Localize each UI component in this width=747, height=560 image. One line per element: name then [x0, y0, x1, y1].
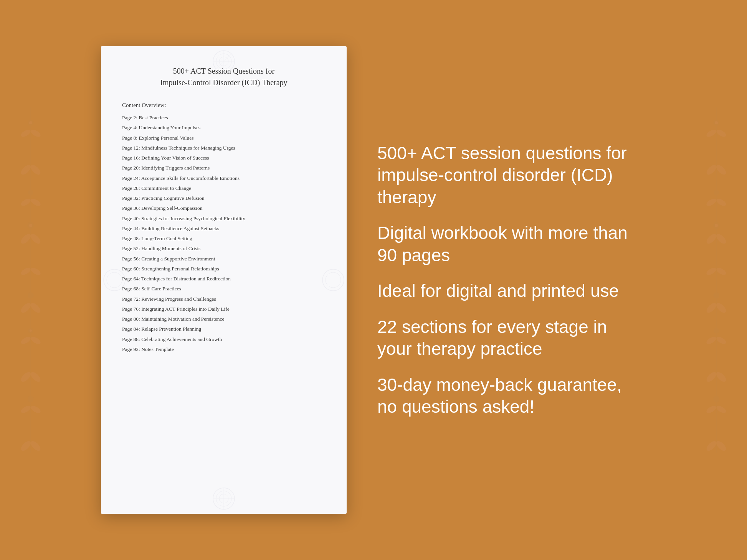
toc-page-number: Page 2: [122, 115, 137, 120]
svg-point-22 [30, 329, 32, 332]
toc-item: Page 32: Practicing Cognitive Defusion [122, 194, 326, 202]
toc-title: Relapse Prevention Planning [141, 326, 201, 332]
toc-title: Self-Care Practices [141, 286, 181, 292]
watermark-top [201, 50, 247, 73]
toc-title: Defining Your Vision of Success [141, 155, 209, 161]
toc-item: Page 76: Integrating ACT Principles into… [122, 305, 326, 313]
feature-text: Ideal for digital and printed use [377, 280, 646, 302]
toc-page-number: Page 36: [122, 205, 140, 211]
toc-title: Long-Term Goal Setting [141, 236, 192, 241]
content-overview-label: Content Overview: [122, 102, 326, 109]
toc-item: Page 20: Identifying Triggers and Patter… [122, 164, 326, 172]
svg-point-32 [715, 128, 727, 138]
toc-page-number: Page 28: [122, 185, 140, 191]
toc-title: Building Resilience Against Setbacks [141, 226, 219, 231]
toc-item: Page 24: Acceptance Skills for Uncomfort… [122, 175, 326, 182]
svg-point-72 [107, 272, 122, 288]
watermark-right [322, 242, 345, 318]
toc-title: Celebrating Achievements and Growth [141, 336, 222, 342]
toc-title: Creating a Supportive Environment [141, 256, 215, 262]
svg-point-13 [29, 224, 32, 227]
svg-point-19 [20, 335, 31, 345]
table-of-contents: Page 2: Best PracticesPage 4: Understand… [122, 114, 326, 353]
toc-page-number: Page 20: [122, 165, 140, 171]
toc-item: Page 12: Mindfulness Techniques for Mana… [122, 144, 326, 152]
toc-title: Developing Self-Compassion [141, 205, 202, 211]
svg-point-49 [705, 335, 717, 345]
toc-page-number: Page 88: [122, 336, 140, 342]
toc-page-number: Page 8: [122, 135, 137, 141]
toc-title: Techniques for Distraction and Redirecti… [141, 276, 231, 282]
svg-point-43 [715, 224, 718, 227]
main-container: 500+ ACT Session Questions for Impulse-C… [0, 0, 747, 560]
floral-border-right [686, 0, 747, 560]
toc-title: Reviewing Progress and Challenges [141, 296, 216, 302]
toc-item: Page 60: Strengthening Personal Relation… [122, 265, 326, 273]
watermark-left [103, 242, 126, 318]
toc-item: Page 68: Self-Care Practices [122, 285, 326, 293]
toc-title: Maintaining Motivation and Persistence [141, 316, 224, 322]
toc-title: Identifying Triggers and Patterns [141, 165, 210, 171]
svg-point-55 [715, 404, 727, 414]
svg-point-26 [30, 404, 41, 414]
svg-point-2 [30, 128, 41, 138]
toc-title: Mindfulness Techniques for Managing Urge… [141, 145, 235, 151]
toc-item: Page 92: Notes Template [122, 346, 326, 353]
toc-title: Acceptance Skills for Uncomfortable Emot… [141, 175, 240, 181]
svg-point-25 [20, 404, 31, 414]
toc-item: Page 16: Defining Your Vision of Success [122, 154, 326, 162]
toc-page-number: Page 4: [122, 125, 137, 130]
toc-item: Page 64: Techniques for Distraction and … [122, 275, 326, 283]
toc-page-number: Page 84: [122, 326, 140, 332]
svg-point-44 [705, 266, 717, 276]
toc-title: Best Practices [139, 115, 168, 120]
toc-item: Page 88: Celebrating Achievements and Gr… [122, 336, 326, 343]
toc-item: Page 2: Best Practices [122, 114, 326, 122]
toc-page-number: Page 32: [122, 195, 140, 201]
feature-text: Digital workbook with more than 90 pages [377, 222, 646, 266]
svg-point-9 [28, 190, 33, 195]
svg-point-48 [713, 292, 719, 298]
toc-item: Page 56: Creating a Supportive Environme… [122, 255, 326, 263]
toc-page-number: Page 16: [122, 155, 140, 161]
toc-item: Page 8: Exploring Personal Values [122, 134, 326, 142]
toc-title: Practicing Cognitive Defusion [141, 195, 204, 201]
feature-text: 30-day money-back guarantee, no question… [377, 374, 646, 418]
document-card: 500+ ACT Session Questions for Impulse-C… [101, 46, 347, 514]
svg-point-14 [20, 266, 31, 276]
toc-item: Page 72: Reviewing Progress and Challeng… [122, 295, 326, 303]
svg-point-38 [715, 197, 727, 207]
feature-text: 500+ ACT session questions for impulse-c… [377, 142, 646, 209]
toc-item: Page 48: Long-Term Goal Setting [122, 235, 326, 242]
svg-point-15 [30, 266, 41, 276]
svg-point-20 [30, 335, 41, 345]
svg-point-50 [715, 335, 727, 345]
svg-point-56 [713, 396, 719, 402]
svg-point-34 [715, 121, 718, 124]
toc-title: Integrating ACT Principles into Daily Li… [141, 306, 230, 312]
toc-item: Page 36: Developing Self-Compassion [122, 204, 326, 212]
svg-point-39 [714, 190, 719, 195]
svg-point-51 [714, 328, 719, 333]
toc-item: Page 52: Handling Moments of Crisis [122, 245, 326, 252]
toc-item: Page 80: Maintaining Motivation and Pers… [122, 315, 326, 323]
toc-page-number: Page 92: [122, 346, 140, 352]
floral-border-left [0, 0, 61, 560]
toc-page-number: Page 24: [122, 175, 140, 181]
features-panel: 500+ ACT session questions for impulse-c… [377, 142, 646, 418]
toc-title: Strengthening Personal Relationships [141, 266, 219, 272]
toc-item: Page 4: Understanding Your Impulses [122, 124, 326, 132]
svg-point-27 [28, 396, 34, 402]
toc-item: Page 44: Building Resilience Against Set… [122, 225, 326, 232]
svg-point-37 [705, 197, 717, 207]
svg-point-7 [20, 197, 31, 207]
toc-item: Page 84: Relapse Prevention Planning [122, 325, 326, 333]
toc-page-number: Page 40: [122, 216, 140, 221]
watermark-bottom [201, 487, 247, 510]
toc-title: Notes Template [141, 346, 174, 352]
toc-item: Page 40: Strategies for Increasing Psych… [122, 215, 326, 222]
toc-page-number: Page 48: [122, 236, 140, 241]
svg-point-4 [29, 121, 32, 124]
toc-title: Understanding Your Impulses [139, 125, 201, 130]
toc-page-number: Page 44: [122, 226, 140, 231]
